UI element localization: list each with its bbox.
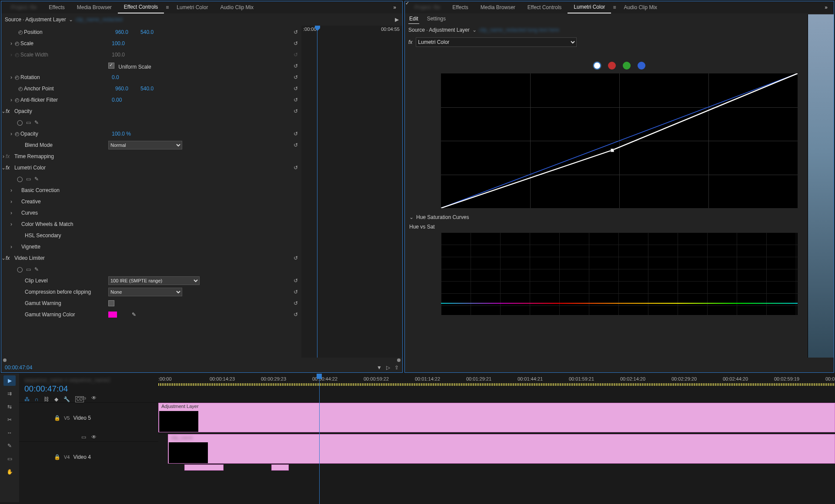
luma-channel-dot[interactable] [593, 62, 601, 70]
ec-timecode[interactable]: 00:00:47:04 [5, 365, 32, 371]
selection-tool-icon[interactable]: ▶ [3, 375, 16, 386]
reset-icon[interactable]: ↺ [290, 97, 298, 103]
twirl-icon[interactable]: › [9, 74, 13, 80]
reset-icon[interactable]: ↺ [290, 86, 298, 92]
gamut-warning-checkbox[interactable] [108, 300, 114, 306]
fx-badge[interactable]: fx [6, 108, 12, 114]
twirl-icon[interactable]: ⌄ [409, 214, 414, 220]
ellipse-mask-icon[interactable]: ◯ [17, 119, 23, 126]
tab-audio-clip-mix-right[interactable]: Audio Clip Mix [618, 2, 663, 13]
twirl-icon[interactable]: › [1, 153, 6, 159]
reset-icon[interactable]: ↺ [290, 40, 298, 46]
filmstrip-icon[interactable]: ▭ [81, 434, 86, 440]
sequence-tab[interactable]: sequence_name ≡ sequence_name2 [24, 377, 153, 383]
pen-tool-icon[interactable]: ✎ [3, 441, 16, 451]
gamut-color-swatch[interactable] [108, 312, 117, 318]
blue-channel-dot[interactable] [638, 62, 645, 70]
reset-icon[interactable]: ↺ [290, 131, 298, 137]
lumetri-effect-select[interactable]: Lumetri Color [416, 37, 577, 47]
rect-mask-icon[interactable]: ▭ [26, 266, 31, 272]
filmstrip-icon[interactable]: ▭ [81, 395, 86, 401]
tab-effect-controls-right[interactable]: Effect Controls [521, 2, 568, 13]
track-lane-v5[interactable]: Adjustment Layer [158, 402, 835, 433]
panel-menu-icon[interactable]: ≡ [164, 4, 170, 10]
reset-icon[interactable]: ↺ [290, 312, 298, 318]
hand-tool-icon[interactable]: ✋ [3, 467, 16, 477]
clip-level-select[interactable]: 100 IRE (SMPTE range) [108, 276, 200, 285]
position-x[interactable]: 960.0 [115, 29, 128, 35]
rgb-curve-canvas[interactable] [441, 73, 798, 208]
track-tag[interactable]: V5 [64, 415, 70, 421]
clip-fragment[interactable] [271, 464, 289, 471]
reset-icon[interactable]: ↺ [290, 108, 298, 114]
curve-point[interactable] [611, 149, 614, 152]
lock-icon[interactable]: 🔒 [54, 415, 60, 421]
tab-effects-right[interactable]: Effects [446, 2, 474, 13]
tab-lumetri-right[interactable]: Lumetri Color [568, 1, 611, 13]
chevron-down-icon[interactable]: ⌄ [470, 27, 479, 33]
tab-effect-controls[interactable]: Effect Controls [118, 1, 164, 13]
reset-icon[interactable]: ↺ [290, 255, 298, 261]
clip-v4[interactable]: clip_name [168, 434, 835, 464]
subtab-edit[interactable]: Edit [408, 14, 419, 24]
timeline-timecode[interactable]: 00:00:47:04 [24, 384, 153, 394]
razor-tool-icon[interactable]: ✂ [3, 414, 16, 425]
rectangle-tool-icon[interactable]: ▭ [3, 454, 16, 464]
tab-project-right[interactable]: Project: file [408, 2, 446, 13]
source-dropdown[interactable]: Source · Adjustment Layer [5, 17, 66, 23]
reset-icon[interactable]: ↺ [290, 165, 298, 171]
timeline-clips-area[interactable]: Adjustment Layer clip_name [158, 394, 835, 502]
ellipse-mask-icon[interactable]: ◯ [17, 266, 23, 272]
stopwatch-icon[interactable]: ◴ [17, 86, 24, 92]
stopwatch-icon[interactable]: ◴ [13, 131, 20, 137]
fx-badge[interactable]: fx [6, 153, 12, 159]
stopwatch-icon[interactable]: ◴ [13, 40, 20, 46]
lock-icon[interactable]: 🔒 [54, 454, 60, 460]
slip-tool-icon[interactable]: ↔ [3, 428, 16, 438]
compression-select[interactable]: None [108, 288, 182, 296]
clip-fragment[interactable] [184, 464, 224, 471]
hue-vs-sat-canvas[interactable] [441, 232, 798, 315]
eyedropper-icon[interactable]: ✎ [132, 312, 136, 318]
timeline-playhead[interactable] [319, 374, 320, 504]
play-only-icon[interactable]: ▷ [386, 365, 390, 371]
overflow-icon[interactable]: » [822, 4, 830, 10]
tab-media-browser[interactable]: Media Browser [71, 2, 118, 13]
export-icon[interactable]: ⇪ [394, 365, 399, 371]
track-select-tool-icon[interactable]: ⇉ [3, 388, 16, 399]
green-channel-dot[interactable] [623, 62, 631, 70]
tab-lumetri-left[interactable]: Lumetri Color [170, 2, 214, 13]
track-tag[interactable]: V4 [64, 454, 70, 460]
panel-menu-icon[interactable]: ≡ [611, 4, 618, 10]
track-lane-v4[interactable]: clip_name [158, 434, 835, 464]
position-y[interactable]: 540.0 [140, 29, 154, 35]
pen-mask-icon[interactable]: ✎ [34, 176, 39, 182]
anchor-y[interactable]: 540.0 [140, 86, 154, 92]
stopwatch-icon[interactable]: ◴ [13, 97, 20, 103]
anchor-x[interactable]: 960.0 [115, 86, 128, 92]
reset-icon[interactable]: ↺ [290, 63, 298, 69]
opacity-value[interactable]: 100.0 % [112, 131, 131, 137]
rect-mask-icon[interactable]: ▭ [26, 119, 31, 126]
tab-project[interactable]: Project: file [5, 2, 43, 13]
playhead-icon[interactable] [317, 374, 322, 379]
reset-icon[interactable]: ↺ [290, 289, 298, 295]
tab-audio-clip-mix-left[interactable]: Audio Clip Mix [214, 2, 260, 13]
playhead-icon[interactable] [315, 26, 320, 31]
clip-adjustment-layer[interactable]: Adjustment Layer [158, 403, 835, 432]
fx-badge[interactable]: fx [6, 255, 12, 261]
reset-icon[interactable]: ↺ [290, 74, 298, 80]
twirl-icon[interactable]: ⌄ [1, 165, 6, 171]
uniform-scale-checkbox[interactable] [108, 63, 114, 69]
twirl-icon[interactable]: › [9, 221, 13, 227]
reset-icon[interactable]: ↺ [290, 300, 298, 306]
fx-badge[interactable]: fx [408, 39, 412, 45]
twirl-icon[interactable]: › [9, 199, 13, 205]
ec-scrollbar[interactable] [1, 358, 402, 363]
twirl-icon[interactable]: ⌄ [1, 108, 6, 114]
pen-mask-icon[interactable]: ✎ [34, 119, 39, 126]
pen-mask-icon[interactable]: ✎ [34, 266, 39, 272]
twirl-icon[interactable]: › [9, 131, 13, 137]
twirl-icon[interactable]: › [9, 97, 13, 103]
effect-controls-timeline[interactable]: :00:00 00:04:55 [301, 26, 402, 358]
